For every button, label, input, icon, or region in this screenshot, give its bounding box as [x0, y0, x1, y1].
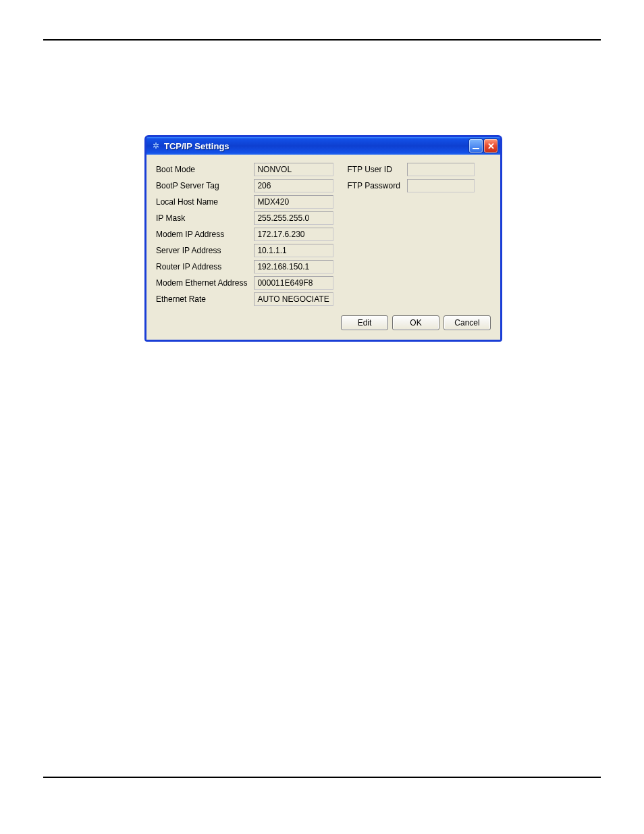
- boot-mode-field[interactable]: [254, 163, 333, 176]
- server-ip-address-label: Server IP Address: [156, 246, 247, 255]
- local-host-name-field[interactable]: [254, 195, 333, 209]
- ethernet-rate-field[interactable]: [254, 292, 333, 306]
- ip-mask-field[interactable]: [254, 211, 333, 225]
- ok-button[interactable]: OK: [392, 315, 439, 330]
- ftp-user-id-label: FTP User ID: [347, 165, 400, 174]
- app-icon: ✲: [151, 140, 161, 151]
- cancel-button[interactable]: Cancel: [444, 315, 491, 330]
- ftp-user-id-field[interactable]: [407, 163, 475, 176]
- edit-button[interactable]: Edit: [341, 315, 388, 330]
- bootp-server-tag-field[interactable]: [254, 179, 333, 192]
- server-ip-address-field[interactable]: [254, 244, 333, 257]
- right-column: FTP User ID FTP Password: [347, 163, 474, 306]
- bootp-server-tag-label: BootP Server Tag: [156, 181, 247, 190]
- page-rule-bottom: [43, 777, 601, 778]
- left-column: Boot Mode BootP Server Tag Local Host Na…: [156, 163, 333, 306]
- boot-mode-label: Boot Mode: [156, 165, 247, 174]
- modem-ethernet-address-field[interactable]: [254, 276, 333, 290]
- window-title: TCP/IP Settings: [164, 141, 468, 151]
- client-area: Boot Mode BootP Server Tag Local Host Na…: [146, 155, 500, 340]
- modem-ip-address-label: Modem IP Address: [156, 230, 247, 239]
- modem-ip-address-field[interactable]: [254, 228, 333, 241]
- ftp-password-field[interactable]: [407, 179, 475, 192]
- router-ip-address-label: Router IP Address: [156, 262, 247, 271]
- page-rule-top: [43, 39, 601, 41]
- titlebar[interactable]: ✲ TCP/IP Settings ✕: [146, 137, 500, 155]
- ftp-password-label: FTP Password: [347, 181, 400, 190]
- close-button[interactable]: ✕: [484, 139, 498, 153]
- router-ip-address-field[interactable]: [254, 260, 333, 273]
- ip-mask-label: IP Mask: [156, 213, 247, 223]
- form-grid: Boot Mode BootP Server Tag Local Host Na…: [156, 163, 491, 306]
- modem-ethernet-address-label: Modem Ethernet Address: [156, 278, 247, 288]
- button-row: Edit OK Cancel: [156, 315, 491, 330]
- ethernet-rate-label: Ethernet Rate: [156, 294, 247, 304]
- local-host-name-label: Local Host Name: [156, 197, 247, 207]
- tcpip-settings-window: ✲ TCP/IP Settings ✕ Boot Mode BootP Serv…: [144, 135, 502, 342]
- minimize-button[interactable]: [469, 139, 483, 153]
